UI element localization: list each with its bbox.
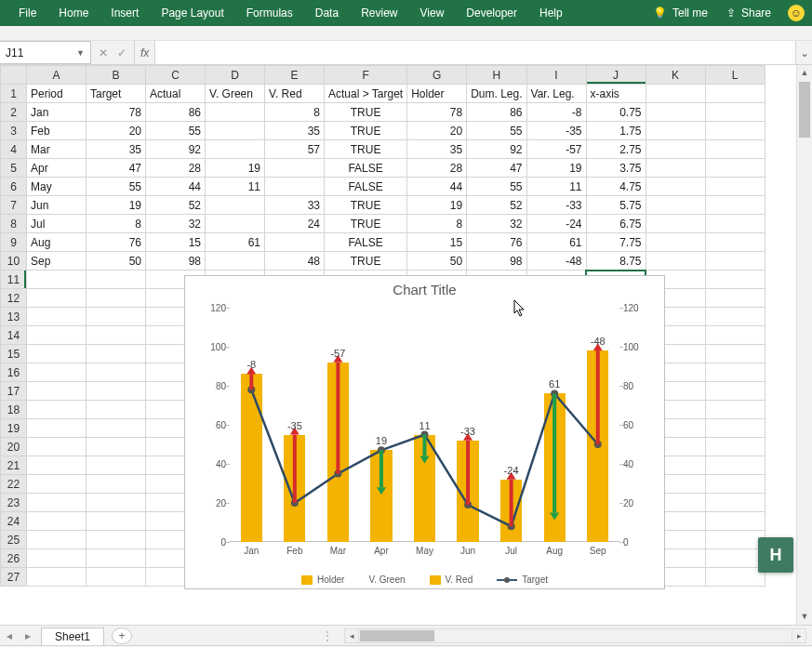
cell-B9[interactable]: 76	[87, 233, 146, 252]
cell-L3[interactable]	[705, 122, 765, 140]
cell-B12[interactable]	[87, 289, 146, 308]
cell-C2[interactable]: 86	[146, 103, 206, 122]
cell-B19[interactable]	[87, 419, 146, 438]
cell-H9[interactable]: 76	[467, 233, 526, 252]
cell-I8[interactable]: -24	[526, 215, 586, 233]
horizontal-scrollbar[interactable]: ◂ ▸	[344, 628, 806, 643]
expand-formula-bar-icon[interactable]: ⌄	[795, 41, 812, 64]
cell-L15[interactable]	[705, 345, 765, 363]
cell-A19[interactable]	[27, 419, 87, 438]
scroll-thumb[interactable]	[799, 82, 810, 138]
cell-D1[interactable]: V. Green	[206, 85, 265, 103]
cell-A4[interactable]: Mar	[27, 140, 87, 159]
cell-B7[interactable]: 19	[87, 196, 146, 215]
row-header-8[interactable]: 8	[1, 215, 27, 233]
cell-B26[interactable]	[87, 549, 146, 568]
ribbon-tab-view[interactable]: View	[409, 0, 456, 26]
cell-A12[interactable]	[27, 289, 87, 308]
ribbon-tab-help[interactable]: Help	[528, 0, 574, 26]
row-header-1[interactable]: 1	[1, 85, 27, 103]
cell-I4[interactable]: -57	[526, 140, 586, 159]
cell-F10[interactable]: TRUE	[325, 252, 407, 271]
chevron-down-icon[interactable]: ▼	[76, 48, 85, 58]
cell-A6[interactable]: May	[27, 178, 87, 196]
cell-E8[interactable]: 24	[265, 215, 325, 233]
tab-nav-next-icon[interactable]: ▸	[19, 629, 37, 642]
scroll-down-icon[interactable]: ▼	[797, 609, 812, 625]
cell-E9[interactable]	[265, 233, 325, 252]
hscroll-thumb[interactable]	[360, 630, 434, 641]
row-header-27[interactable]: 27	[1, 568, 27, 587]
cell-G2[interactable]: 78	[407, 103, 467, 122]
ribbon-tab-data[interactable]: Data	[304, 0, 350, 26]
cell-L5[interactable]	[705, 159, 765, 178]
cell-D5[interactable]: 19	[206, 159, 265, 178]
cell-A24[interactable]	[27, 512, 87, 531]
cell-E2[interactable]: 8	[265, 103, 325, 122]
cell-K8[interactable]	[646, 215, 705, 233]
row-header-19[interactable]: 19	[1, 419, 27, 438]
cell-A8[interactable]: Jul	[27, 215, 87, 233]
row-header-21[interactable]: 21	[1, 456, 27, 475]
cell-E6[interactable]	[265, 178, 325, 196]
cell-H8[interactable]: 32	[467, 215, 526, 233]
cell-F9[interactable]: FALSE	[325, 233, 407, 252]
floating-badge[interactable]: H	[758, 537, 793, 573]
cell-B27[interactable]	[87, 568, 146, 587]
row-header-14[interactable]: 14	[1, 326, 27, 345]
col-header-L[interactable]: L	[705, 66, 765, 85]
col-header-A[interactable]: A	[27, 66, 87, 85]
cell-A10[interactable]: Sep	[27, 252, 87, 271]
cell-L13[interactable]	[705, 308, 765, 326]
cell-H7[interactable]: 52	[467, 196, 526, 215]
cell-C9[interactable]: 15	[146, 233, 206, 252]
cell-A7[interactable]: Jun	[27, 196, 87, 215]
cell-K6[interactable]	[646, 178, 705, 196]
enter-icon[interactable]: ✓	[117, 46, 126, 59]
row-header-16[interactable]: 16	[1, 363, 27, 382]
vertical-scrollbar[interactable]: ▲ ▼	[796, 65, 812, 625]
col-header-J[interactable]: J	[586, 66, 646, 85]
scroll-right-icon[interactable]: ▸	[792, 629, 805, 642]
cell-G6[interactable]: 44	[407, 178, 467, 196]
cell-A18[interactable]	[27, 401, 87, 419]
ribbon-tab-insert[interactable]: Insert	[100, 0, 150, 26]
cell-F4[interactable]: TRUE	[325, 140, 407, 159]
scroll-up-icon[interactable]: ▲	[797, 65, 812, 81]
formula-input[interactable]	[155, 41, 795, 64]
cell-F8[interactable]: TRUE	[325, 215, 407, 233]
cell-H5[interactable]: 47	[467, 159, 526, 178]
row-header-13[interactable]: 13	[1, 308, 27, 326]
cell-I2[interactable]: -8	[526, 103, 586, 122]
cell-E7[interactable]: 33	[265, 196, 325, 215]
cancel-icon[interactable]: ✕	[99, 46, 108, 59]
cell-L2[interactable]	[705, 103, 765, 122]
cell-H3[interactable]: 55	[467, 122, 526, 140]
cell-B1[interactable]: Target	[87, 85, 146, 103]
col-header-E[interactable]: E	[265, 66, 325, 85]
cell-C1[interactable]: Actual	[146, 85, 206, 103]
cell-C3[interactable]: 55	[146, 122, 206, 140]
cell-B20[interactable]	[87, 438, 146, 456]
cell-L26[interactable]	[705, 549, 765, 568]
cell-G5[interactable]: 28	[407, 159, 467, 178]
cell-K5[interactable]	[646, 159, 705, 178]
cell-J6[interactable]: 4.75	[586, 178, 646, 196]
cell-A14[interactable]	[27, 326, 87, 345]
row-header-17[interactable]: 17	[1, 382, 27, 401]
cell-A17[interactable]	[27, 382, 87, 401]
cell-F6[interactable]: FALSE	[325, 178, 407, 196]
col-header-G[interactable]: G	[407, 66, 467, 85]
cell-I6[interactable]: 11	[526, 178, 586, 196]
cell-B18[interactable]	[87, 401, 146, 419]
cell-K2[interactable]	[646, 103, 705, 122]
ribbon-tab-file[interactable]: File	[7, 0, 47, 26]
cell-L20[interactable]	[705, 438, 765, 456]
cell-L25[interactable]	[705, 531, 765, 549]
name-box[interactable]: J11 ▼	[0, 41, 91, 64]
scroll-left-icon[interactable]: ◂	[345, 629, 359, 642]
cell-H4[interactable]: 92	[467, 140, 526, 159]
cell-C8[interactable]: 32	[146, 215, 206, 233]
cell-G4[interactable]: 35	[407, 140, 467, 159]
cell-B8[interactable]: 8	[87, 215, 146, 233]
